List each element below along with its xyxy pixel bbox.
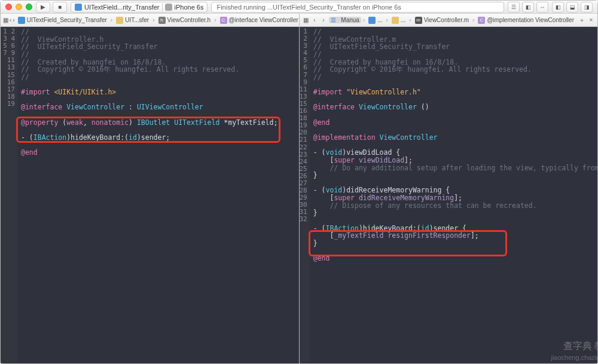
- minimize-icon[interactable]: [16, 4, 22, 10]
- watermark: 查字典 教程网: [563, 341, 598, 351]
- right-gutter: 1 2 3 4 5 6 7 9 11 13 15 16 18 19 20 21 …: [300, 27, 310, 363]
- back-button[interactable]: ‹: [311, 16, 319, 25]
- class-icon: C: [478, 17, 485, 24]
- scheme-selector[interactable]: UITextField...rity_Transfer iPhone 6s: [71, 2, 208, 13]
- assistant-editor-button[interactable]: ◧: [522, 2, 534, 13]
- jumpbar-project[interactable]: UITextField_Security_Transfer: [16, 17, 109, 24]
- left-panel-toggle[interactable]: ◧: [552, 2, 564, 13]
- folder-icon: [392, 17, 399, 24]
- run-button[interactable]: ▶: [36, 2, 50, 13]
- forward-button[interactable]: ›: [13, 16, 14, 25]
- related-items-button[interactable]: ▦: [302, 16, 310, 25]
- left-pane: ▦ ‹ › UITextField_Security_Transfer UIT.…: [1, 14, 299, 363]
- activity-status: Finished running ...UITextField_Security…: [211, 2, 504, 13]
- add-assistant-button[interactable]: ＋: [578, 16, 586, 25]
- jumpbar-file[interactable]: hViewController.h: [157, 17, 213, 24]
- standard-editor-button[interactable]: ☰: [508, 2, 520, 13]
- left-jumpbar[interactable]: ▦ ‹ › UITextField_Security_Transfer UIT.…: [1, 14, 299, 27]
- editor-mode-group: ☰ ◧ ↔: [508, 2, 548, 13]
- left-code[interactable]: // // ViewController.h // UITextField_Se…: [17, 27, 299, 363]
- jumpbar-mode[interactable]: ☰ Manua: [329, 17, 361, 23]
- scheme-name: UITextField...rity_Transfer: [84, 4, 160, 11]
- zoom-icon[interactable]: [26, 4, 32, 10]
- stop-button[interactable]: ■: [53, 2, 67, 13]
- close-assistant-button[interactable]: ×: [587, 16, 595, 25]
- project-icon: [75, 4, 82, 11]
- right-code[interactable]: // // ViewController.m // UITextField_Se…: [310, 27, 597, 363]
- jumpbar-project[interactable]: ...: [367, 17, 384, 24]
- jumpbar-folder[interactable]: ...: [390, 17, 407, 24]
- device-name: iPhone 6s: [175, 4, 204, 11]
- right-jumpbar[interactable]: ▦ ‹ › ☰ Manua ... ... mViewController.m …: [300, 14, 598, 27]
- run-stop-group: ▶ ■: [36, 2, 67, 13]
- traffic-lights: [5, 4, 32, 10]
- left-gutter: 1 2 3 4 5 6 7 9 11 13 15 16 17 18 19: [1, 27, 17, 363]
- bottom-panel-toggle[interactable]: ⬓: [566, 2, 578, 13]
- watermark-url: jiaocheng.chazidian.com: [551, 354, 597, 361]
- related-items-button[interactable]: ▦: [3, 16, 8, 25]
- header-file-icon: h: [158, 17, 166, 24]
- project-icon: [18, 17, 25, 24]
- project-icon: [368, 17, 376, 24]
- jumpbar-folder[interactable]: UIT...sfer: [114, 17, 151, 24]
- scheme-sep: [162, 3, 163, 11]
- class-icon: C: [220, 17, 227, 24]
- left-editor[interactable]: 1 2 3 4 5 6 7 9 11 13 15 16 17 18 19 // …: [1, 27, 299, 363]
- right-pane: ▦ ‹ › ☰ Manua ... ... mViewController.m …: [299, 14, 598, 363]
- right-editor[interactable]: 1 2 3 4 5 6 7 9 11 13 15 16 18 19 20 21 …: [300, 27, 598, 363]
- editor-split: ▦ ‹ › UITextField_Security_Transfer UIT.…: [1, 14, 597, 363]
- titlebar: ▶ ■ UITextField...rity_Transfer iPhone 6…: [1, 1, 597, 14]
- back-button[interactable]: ‹: [10, 16, 11, 25]
- impl-file-icon: m: [415, 17, 422, 24]
- folder-icon: [116, 17, 123, 24]
- xcode-window: ▶ ■ UITextField...rity_Transfer iPhone 6…: [0, 0, 598, 364]
- close-icon[interactable]: [5, 4, 12, 10]
- jumpbar-symbol[interactable]: C@implementation ViewController: [476, 17, 576, 24]
- version-editor-button[interactable]: ↔: [536, 2, 548, 13]
- device-icon: [165, 4, 172, 11]
- status-text: Finished running ...UITextField_Security…: [216, 4, 401, 11]
- forward-button[interactable]: ›: [320, 16, 328, 25]
- jumpbar-symbol[interactable]: C@interface ViewController: [218, 17, 299, 24]
- jumpbar-file[interactable]: mViewController.m: [413, 17, 471, 24]
- right-panel-toggle[interactable]: ◨: [581, 2, 593, 13]
- panel-toggle-group: ◧ ⬓ ◨: [552, 2, 593, 13]
